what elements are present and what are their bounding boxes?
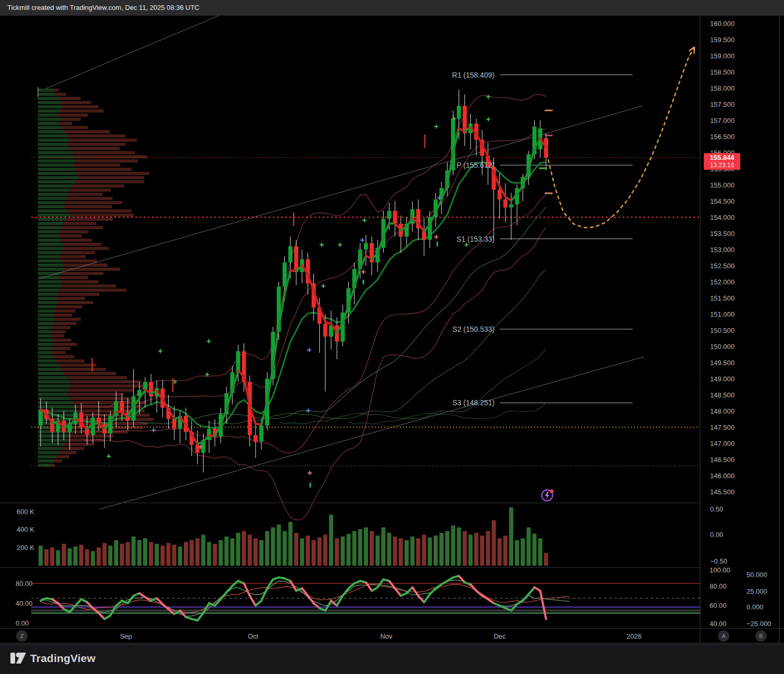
volume-bar xyxy=(416,539,420,566)
plus-marker xyxy=(362,218,366,222)
volume-bar xyxy=(515,540,519,566)
volume-profile-up-bar xyxy=(38,143,68,146)
volume-bar xyxy=(56,550,60,566)
volume-bar xyxy=(85,550,89,566)
volume-bar xyxy=(125,542,130,566)
volume-bar xyxy=(474,533,478,566)
volume-profile-up-bar xyxy=(38,434,69,438)
chart-canvas[interactable] xyxy=(0,0,784,674)
volume-bar xyxy=(277,525,281,566)
volume-bar xyxy=(167,543,171,566)
volume-bar xyxy=(283,531,287,566)
volume-profile-up-bar xyxy=(38,201,65,204)
volume-profile-up-bar xyxy=(38,297,57,300)
volume-bar xyxy=(422,535,426,566)
volume-profile-up-bar xyxy=(38,230,60,233)
oscillator-main-segment xyxy=(58,603,64,609)
volume-bar xyxy=(230,539,234,566)
volume-bar xyxy=(480,535,484,566)
ma-fan-line xyxy=(349,403,546,424)
volume-profile-down-bar xyxy=(63,243,102,246)
volume-profile-down-bar xyxy=(69,189,111,192)
volume-bar xyxy=(242,531,246,566)
volume-profile-down-bar xyxy=(54,343,77,346)
volume-profile-up-bar xyxy=(38,109,60,113)
volume-profile-down-bar xyxy=(74,168,132,171)
volume-profile-down-bar xyxy=(70,147,120,150)
volume-profile-down-bar xyxy=(58,114,88,117)
scale-button-a[interactable]: A xyxy=(718,630,729,642)
trendline[interactable] xyxy=(99,357,644,509)
volume-profile-down-bar xyxy=(53,326,70,329)
volume-bar xyxy=(97,547,101,566)
volume-profile-up-bar xyxy=(38,393,67,396)
volume-bar xyxy=(306,535,310,566)
plus-marker xyxy=(320,243,324,247)
volume-profile-up-bar xyxy=(38,205,64,208)
volume-bar xyxy=(312,540,316,566)
volume-profile-down-bar xyxy=(60,276,88,279)
projection-arrow-path[interactable] xyxy=(548,47,694,228)
volume-bar xyxy=(172,545,176,566)
volume-profile xyxy=(38,89,154,467)
volume-profile-down-bar xyxy=(61,126,88,129)
volume-bar xyxy=(219,540,223,566)
volume-bar xyxy=(503,535,508,566)
volume-profile-up-bar xyxy=(38,359,56,363)
candle-body xyxy=(294,246,298,272)
volume-profile-up-bar xyxy=(38,168,74,171)
oscillator-main-segment xyxy=(267,579,273,588)
volume-profile-up-bar xyxy=(38,318,55,321)
target-dash-marker xyxy=(545,110,553,111)
oscillator-main-segment xyxy=(331,601,337,606)
volume-bar xyxy=(521,539,525,566)
volume-profile-down-bar xyxy=(52,330,66,333)
volume-profile-up-bar xyxy=(38,322,54,325)
candle-body xyxy=(393,211,397,224)
volume-bar xyxy=(381,528,385,566)
volume-profile-up-bar xyxy=(38,197,67,200)
volume-bar xyxy=(44,550,48,566)
oscillator-main-segment xyxy=(366,582,372,591)
volume-profile-down-bar xyxy=(72,184,124,188)
volume-profile-down-bar xyxy=(59,451,77,454)
volume-bar xyxy=(91,551,95,566)
volume-bar xyxy=(486,531,490,566)
volume-profile-up-bar xyxy=(38,364,59,367)
volume-profile-down-bar xyxy=(54,459,62,463)
volume-profile-down-bar xyxy=(64,443,94,446)
volume-profile-down-bar xyxy=(59,364,96,367)
trendline[interactable] xyxy=(39,106,643,279)
oscillator-main-segment xyxy=(471,584,476,591)
volume-profile-down-bar xyxy=(68,143,125,146)
volume-profile-up-bar xyxy=(38,226,61,229)
volume-bar xyxy=(491,520,496,566)
trendline[interactable] xyxy=(46,15,221,89)
volume-profile-up-bar xyxy=(38,380,69,383)
volume-bar xyxy=(259,540,263,566)
volume-bar xyxy=(184,542,188,566)
volume-profile-down-bar xyxy=(59,122,72,125)
candle-body xyxy=(364,243,368,249)
volume-bar xyxy=(428,538,432,566)
volume-bar xyxy=(404,540,409,566)
volume-profile-down-bar xyxy=(61,239,92,242)
last-price-badge[interactable]: 155.844 13:23:16 xyxy=(704,153,740,170)
footer-bar xyxy=(0,644,784,674)
volume-profile-up-bar xyxy=(38,334,51,338)
brand-name[interactable]: TradingView xyxy=(30,652,96,665)
last-price-value: 155.844 xyxy=(704,153,740,162)
volume-bar xyxy=(288,522,293,566)
flash-button[interactable] xyxy=(540,488,555,505)
scale-button-a-label: A xyxy=(722,633,725,639)
volume-profile-up-bar xyxy=(38,284,62,288)
volume-profile-up-bar xyxy=(38,397,69,400)
volume-profile-down-bar xyxy=(54,322,77,325)
volume-profile-up-bar xyxy=(38,264,63,267)
volume-profile-down-bar xyxy=(75,180,144,183)
scale-button-b[interactable]: B xyxy=(755,630,767,642)
scale-button-z[interactable]: Z xyxy=(16,630,28,642)
tradingview-logo[interactable] xyxy=(10,652,28,668)
volume-profile-down-bar xyxy=(61,226,103,229)
volume-bar xyxy=(143,539,147,566)
